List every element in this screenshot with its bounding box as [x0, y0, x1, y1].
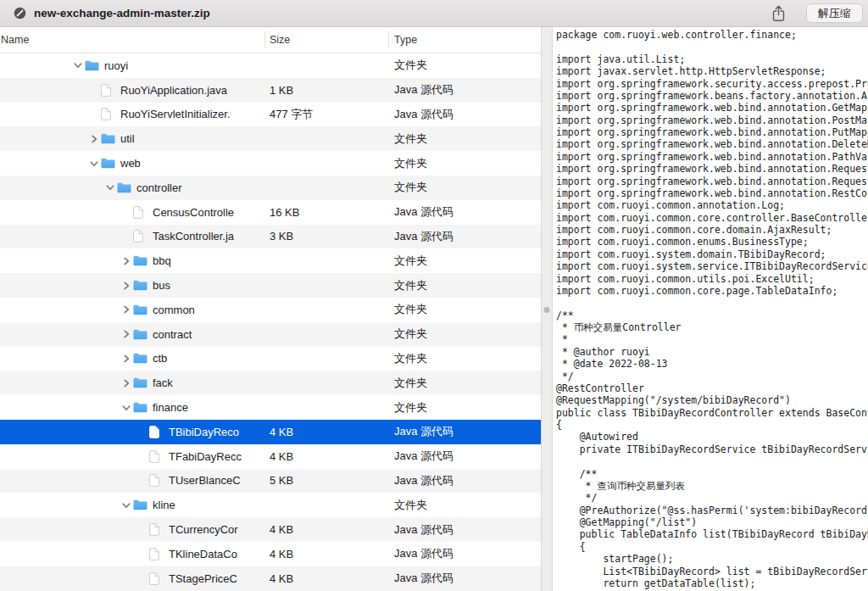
document-icon: [149, 426, 159, 438]
file-size: 3 KB: [270, 230, 293, 243]
disclosure-collapsed[interactable]: [120, 281, 133, 291]
tree-row-folder[interactable]: finance文件夹: [0, 395, 541, 420]
file-tree-pane: Name Size Type ruoyi文件夹RuoYiApplication.…: [0, 27, 541, 591]
file-name-label: web: [120, 157, 141, 170]
tree-row-folder[interactable]: bus文件夹: [0, 273, 541, 298]
tree-row-folder[interactable]: fack文件夹: [0, 371, 541, 395]
tree-row-file[interactable]: TStagePriceC4 KBJava 源代码: [0, 566, 541, 591]
chevron-down-icon: [105, 182, 115, 192]
file-name-label: ruoyi: [104, 59, 128, 72]
chevron-right-icon: [121, 378, 131, 388]
column-header-size[interactable]: Size: [270, 34, 290, 46]
disclosure-expanded[interactable]: [71, 60, 85, 70]
file-type: 文件夹: [394, 278, 427, 293]
file-icon-slot: [101, 108, 115, 120]
disclosure-expanded[interactable]: [87, 159, 101, 169]
tree-row-file[interactable]: RuoYiApplication.java1 KBJava 源代码: [0, 78, 541, 103]
disclosure-collapsed[interactable]: [120, 304, 133, 315]
folder-icon-slot: [133, 329, 147, 340]
tree-row-folder[interactable]: bbq文件夹: [0, 248, 541, 273]
file-name-label: controller: [136, 181, 181, 194]
disclosure-collapsed[interactable]: [120, 378, 133, 388]
file-name-label: RuoYiServletInitializer.: [120, 108, 231, 120]
file-name-label: TCurrencyCor: [169, 523, 238, 536]
indent-spacer: [0, 334, 120, 335]
column-header-type[interactable]: Type: [394, 34, 417, 46]
pane-divider[interactable]: [541, 27, 553, 591]
folder-icon: [133, 304, 147, 315]
folder-icon: [133, 499, 147, 510]
indent-spacer: [0, 358, 120, 359]
indent-spacer: [0, 578, 136, 579]
document-icon: [149, 548, 159, 560]
file-name-label: finance: [153, 401, 188, 414]
extract-button[interactable]: 解压缩: [806, 3, 863, 23]
file-name-label: TKlineDataCo: [169, 548, 237, 560]
window-title: new-exchange-admin-master.zip: [34, 7, 210, 20]
file-type: Java 源代码: [394, 204, 453, 220]
disclosure-collapsed[interactable]: [87, 134, 101, 144]
tree-row-folder[interactable]: ctb文件夹: [0, 347, 541, 371]
divider-handle-icon[interactable]: [544, 307, 550, 313]
tree-row-folder[interactable]: web文件夹: [0, 151, 541, 176]
indent-spacer: [0, 309, 120, 310]
file-size: 4 KB: [270, 548, 293, 560]
chevron-down-icon: [73, 60, 83, 70]
indent-spacer: [0, 285, 120, 286]
file-type: Java 源代码: [394, 82, 453, 98]
file-type: Java 源代码: [394, 571, 453, 586]
document-icon: [149, 450, 159, 463]
indent-spacer: [0, 382, 120, 383]
disclosure-expanded[interactable]: [120, 403, 133, 413]
file-name-label: bbq: [153, 254, 171, 267]
tree-row-folder[interactable]: contract文件夹: [0, 322, 541, 347]
file-type: 文件夹: [394, 351, 427, 366]
tree-row-file[interactable]: TBibiDayReco4 KBJava 源代码: [0, 420, 541, 444]
folder-icon-slot: [85, 60, 99, 71]
folder-icon-slot: [101, 133, 115, 144]
archive-viewer-window: new-exchange-admin-master.zip 解压缩 Name S…: [0, 0, 868, 591]
disclosure-collapsed[interactable]: [120, 329, 133, 339]
tree-row-file[interactable]: TUserBlanceC5 KBJava 源代码: [0, 469, 541, 493]
disclosure-expanded[interactable]: [120, 500, 133, 510]
tree-row-file[interactable]: TFabiDayRecc4 KBJava 源代码: [0, 444, 541, 469]
disclosure-collapsed[interactable]: [120, 354, 133, 364]
code-preview-pane[interactable]: package com.ruoyi.web.controller.finance…: [553, 27, 868, 591]
tree-row-file[interactable]: TCurrencyCor4 KBJava 源代码: [0, 517, 541, 542]
tree-row-folder[interactable]: controller文件夹: [0, 176, 541, 200]
indent-spacer: [0, 554, 136, 555]
tree-row-file[interactable]: TKlineDataCo4 KBJava 源代码: [0, 542, 541, 566]
indent-spacer: [0, 163, 87, 164]
tree-row-file[interactable]: TaskController.ja3 KBJava 源代码: [0, 225, 541, 249]
file-tree-rows: ruoyi文件夹RuoYiApplication.java1 KBJava 源代…: [0, 53, 541, 591]
file-type: Java 源代码: [394, 473, 453, 488]
file-type: Java 源代码: [394, 522, 453, 538]
folder-icon-slot: [133, 402, 147, 413]
file-name-label: common: [153, 304, 195, 316]
document-icon: [133, 206, 143, 219]
share-button[interactable]: [771, 5, 786, 22]
tree-row-folder[interactable]: kline文件夹: [0, 493, 541, 517]
folder-icon-slot: [133, 377, 147, 388]
document-icon: [149, 572, 159, 585]
file-icon-slot: [101, 84, 115, 97]
folder-icon-slot: [101, 158, 115, 169]
folder-icon-slot: [117, 182, 131, 193]
disclosure-expanded[interactable]: [103, 182, 117, 192]
tree-row-folder[interactable]: common文件夹: [0, 298, 541, 322]
tree-row-folder[interactable]: util文件夹: [0, 126, 541, 151]
indent-spacer: [0, 114, 87, 114]
document-icon: [149, 474, 159, 487]
indent-spacer: [0, 236, 120, 237]
folder-icon: [133, 329, 147, 340]
file-name-label: CensusControlle: [153, 206, 234, 219]
tree-row-file[interactable]: RuoYiServletInitializer.477 字节Java 源代码: [0, 103, 541, 127]
tree-row-folder[interactable]: ruoyi文件夹: [0, 53, 541, 78]
disclosure-collapsed[interactable]: [120, 256, 133, 266]
column-header-name[interactable]: Name: [1, 34, 29, 46]
file-type: Java 源代码: [394, 107, 453, 122]
document-icon: [101, 84, 111, 97]
file-type: 文件夹: [394, 131, 427, 147]
tree-row-file[interactable]: CensusControlle16 KBJava 源代码: [0, 200, 541, 225]
file-type: 文件夹: [394, 180, 427, 195]
